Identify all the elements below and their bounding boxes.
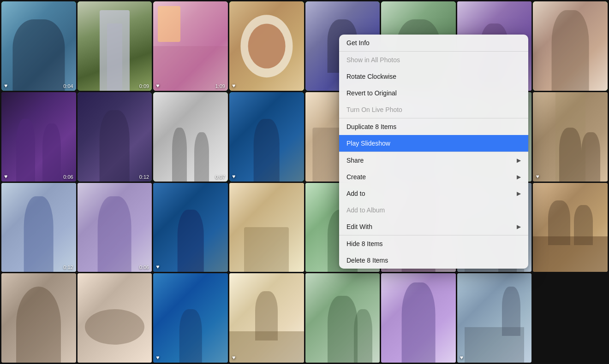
- photo-cell[interactable]: [381, 273, 456, 363]
- photo-cell[interactable]: ♥ 0:04: [1, 1, 76, 91]
- photo-duration: 0:12: [139, 174, 149, 180]
- rotate-clockwise-item[interactable]: Rotate Clockwise: [339, 68, 528, 85]
- photo-duration: 1:09: [215, 83, 225, 89]
- add-to-album-item[interactable]: Add to Album: [339, 202, 528, 218]
- delete-8-items-item[interactable]: Delete 8 Items: [339, 252, 528, 269]
- get-info-item[interactable]: Get Info: [339, 35, 528, 51]
- photo-cell[interactable]: [78, 273, 152, 363]
- turn-on-live-photo-label: Turn On Live Photo: [346, 106, 521, 113]
- photo-cell[interactable]: ♥: [153, 273, 228, 363]
- edit-with-label: Edit With: [346, 223, 517, 230]
- show-in-all-photos-label: Show in All Photos: [346, 56, 521, 64]
- photo-cell[interactable]: [305, 273, 380, 363]
- photo-cell[interactable]: 0:06: [78, 183, 152, 272]
- photo-cell[interactable]: 0:07: [153, 92, 228, 182]
- photo-cell[interactable]: ♥: [153, 183, 228, 272]
- add-to-item[interactable]: Add to ▶: [339, 185, 528, 202]
- delete-8-items-label: Delete 8 Items: [346, 257, 521, 264]
- photo-heart: ♥: [232, 173, 235, 180]
- hide-8-items-label: Hide 8 Items: [346, 240, 521, 247]
- add-to-label: Add to: [346, 190, 517, 197]
- photo-cell[interactable]: ♥: [229, 273, 304, 363]
- menu-section-4: Share ▶ Create ▶ Add to ▶ Add to Album E…: [339, 152, 528, 235]
- photo-cell[interactable]: ♥: [533, 92, 608, 182]
- duplicate-8-items-item[interactable]: Duplicate 8 Items: [339, 118, 528, 135]
- hide-8-items-item[interactable]: Hide 8 Items: [339, 235, 528, 252]
- play-slideshow-label: Play Slideshow: [346, 140, 521, 147]
- turn-on-live-photo-item[interactable]: Turn On Live Photo: [339, 101, 528, 118]
- photo-heart: ♥: [232, 354, 235, 361]
- show-in-all-photos-item[interactable]: Show in All Photos: [339, 52, 528, 68]
- menu-section-2: Show in All Photos Rotate Clockwise Reve…: [339, 52, 528, 118]
- share-arrow: ▶: [517, 157, 521, 164]
- menu-section-5: Hide 8 Items Delete 8 Items: [339, 235, 528, 269]
- menu-section-1: Get Info: [339, 35, 528, 52]
- photo-cell[interactable]: ♥: [457, 273, 532, 363]
- context-menu: Get Info Show in All Photos Rotate Clock…: [339, 35, 528, 269]
- photo-cell[interactable]: [533, 1, 608, 91]
- photo-duration: 0:12: [63, 264, 73, 270]
- photo-cell[interactable]: 0:12: [1, 183, 76, 272]
- share-label: Share: [346, 157, 517, 164]
- edit-with-item[interactable]: Edit With ▶: [339, 218, 528, 235]
- create-label: Create: [346, 173, 517, 181]
- photo-cell[interactable]: 0:12: [78, 92, 152, 182]
- photo-duration: 0:06: [139, 264, 149, 270]
- photo-cell[interactable]: ♥: [229, 1, 304, 91]
- get-info-label: Get Info: [346, 39, 521, 47]
- revert-to-original-label: Revert to Original: [346, 89, 521, 97]
- photo-cell[interactable]: ♥ 1:09: [153, 1, 228, 91]
- photo-heart: ♥: [4, 173, 7, 180]
- menu-section-3: Duplicate 8 Items Play Slideshow: [339, 118, 528, 152]
- photo-duration: 0:06: [63, 174, 73, 180]
- photo-heart: ♥: [156, 264, 159, 270]
- photo-cell[interactable]: ♥ 0:06: [1, 92, 76, 182]
- add-to-arrow: ▶: [517, 190, 521, 197]
- rotate-clockwise-label: Rotate Clockwise: [346, 73, 521, 80]
- photo-heart: ♥: [536, 173, 539, 180]
- play-slideshow-item[interactable]: Play Slideshow: [339, 135, 528, 152]
- share-item[interactable]: Share ▶: [339, 152, 528, 169]
- photo-heart: ♥: [232, 82, 235, 89]
- photo-heart: ♥: [4, 82, 7, 89]
- photo-duration: 0:04: [63, 83, 73, 89]
- photo-heart: ♥: [156, 82, 159, 89]
- revert-to-original-item[interactable]: Revert to Original: [339, 85, 528, 101]
- photo-cell[interactable]: 0:09: [78, 1, 152, 91]
- photo-heart: ♥: [460, 354, 463, 361]
- photo-cell[interactable]: ♥: [229, 92, 304, 182]
- photo-cell[interactable]: [1, 273, 76, 363]
- duplicate-8-items-label: Duplicate 8 Items: [346, 123, 521, 130]
- photo-duration: 0:09: [139, 83, 149, 89]
- create-arrow: ▶: [517, 174, 521, 180]
- photo-cell[interactable]: [229, 183, 304, 272]
- photo-heart: ♥: [156, 354, 159, 361]
- create-item[interactable]: Create ▶: [339, 169, 528, 185]
- photo-duration: 0:07: [215, 174, 225, 180]
- photo-cell[interactable]: [533, 183, 608, 272]
- add-to-album-label: Add to Album: [346, 206, 521, 214]
- edit-with-arrow: ▶: [517, 223, 521, 230]
